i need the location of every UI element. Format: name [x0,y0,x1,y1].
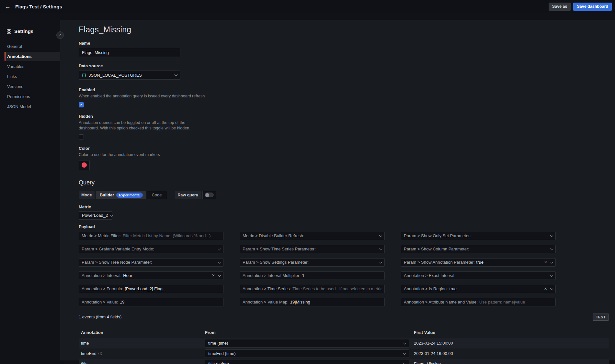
chevron-down-icon [550,260,553,263]
raw-query-label: Raw query [175,191,200,199]
sidebar-item-versions[interactable]: Versions [0,82,60,91]
mode-radio-group: Builder Experimental Code [96,191,167,199]
sidebar-item-links[interactable]: Links [0,72,60,81]
hidden-description: Annotation queries can be toggled on or … [79,120,199,131]
info-icon: ⓘ [98,352,102,356]
payload-field-show-column-parameter[interactable]: Param > Show Column Parameter: [401,245,556,253]
column-header-first-value: First Value [409,330,609,335]
payload-field-time-series[interactable]: Annotation > Time Series:Time Series to … [240,285,385,293]
chevron-down-icon [403,351,406,355]
chevron-down-icon [550,234,553,237]
metric-label: Metric [79,204,609,209]
sidebar-item-label: Annotations [7,54,32,59]
chevron-down-icon [550,287,553,290]
mode-option-code[interactable]: Code [146,191,167,199]
chevron-down-icon [403,341,406,344]
breadcrumb: Flags Test / Settings [15,4,62,9]
toggle-track [205,193,214,197]
payload-field-formula[interactable]: Annotation > Formula:[PowerLoad_2].Flag [79,285,223,293]
chevron-down-icon [110,213,113,216]
events-row: 1 events (from 4 fields) TEST [79,314,609,321]
payload-field-show-time-series-parameter[interactable]: Param > Show Time Series Parameter: [240,245,385,253]
color-picker[interactable] [79,160,90,170]
first-value: Flags_Missing [409,361,609,364]
save-dashboard-button[interactable]: Save dashboard [573,3,612,11]
clear-icon[interactable]: × [212,273,215,278]
experimental-badge: Experimental [116,193,143,198]
topbar-actions: Save as Save dashboard [549,3,610,11]
table-header-row: Annotation From First Value [79,327,609,338]
table-row-timeEnd: timeEndⓘ timeEnd (time) 2023-01-24 16:00… [79,348,609,359]
from-value: title (string) [208,361,229,364]
sidebar-item-annotations[interactable]: Annotations [5,52,60,61]
annotation-settings-panel: ‹ Flags_Missing Name Data source {..} JS… [60,20,615,360]
first-value: 2023-01-24 16:00:00 [409,351,609,356]
name-label: Name [79,41,609,46]
settings-nav: General Annotations Variables Links Vers… [0,42,60,111]
payload-field-is-region[interactable]: Annotation > Is Region:true × [401,285,556,293]
hidden-checkbox[interactable] [79,134,84,139]
chevron-down-icon [379,234,382,237]
payload-field-show-only-set-parameter[interactable]: Param > Show Only Set Parameter: [401,232,556,240]
from-value: time (time) [208,341,228,346]
payload-label: Payload [79,224,609,229]
color-label: Color [79,146,609,151]
payload-field-exact-interval[interactable]: Annotation > Exact Interval: [401,271,556,280]
test-button[interactable]: TEST [593,314,609,321]
metric-value: PowerLoad_2 [82,213,108,218]
clear-icon[interactable]: × [544,259,547,264]
sidebar-item-variables[interactable]: Variables [0,62,60,71]
page-title: Flags_Missing [79,25,609,34]
chevron-down-icon [403,362,406,364]
column-header-from: From [205,330,409,335]
save-as-button[interactable]: Save as [549,3,571,11]
chevron-down-icon [379,247,382,250]
payload-field-disable-builder-refresh[interactable]: Metric > Disable Builder Refresh: [240,232,385,240]
payload-field-grafana-variable-entry-mode[interactable]: Param > Grafana Variable Entry Mode: [79,245,223,253]
payload-field-interval[interactable]: Annotation > Interval:Hour × [79,271,223,280]
row-name: title [81,361,87,364]
query-section-title: Query [79,179,609,186]
payload-field-metric-filter[interactable]: Metric > Metric Filter:Filter Metric Lis… [79,232,223,240]
from-select-timeEnd[interactable]: timeEnd (time) [205,349,409,358]
events-summary: 1 events (from 4 fields) [79,314,121,319]
raw-query-toggle[interactable] [202,191,216,199]
name-input[interactable] [79,48,180,57]
collapse-sidebar-button[interactable]: ‹ [56,31,64,39]
sidebar-item-general[interactable]: General [0,42,60,51]
row-name: time [81,341,89,346]
payload-field-show-annotation-parameter[interactable]: Param > Show Annotation Parameter:true × [401,258,556,267]
payload-field-interval-multiplier[interactable]: Annotation > Interval Multiplier:1 [240,271,385,280]
apps-grid-icon [7,29,11,34]
back-arrow-icon[interactable]: ← [5,4,11,10]
from-select-title[interactable]: title (string) [205,360,409,364]
datasource-picker[interactable]: {..} JSON_LOCAL_POSTGRES [79,71,180,80]
chevron-down-icon [218,273,221,277]
chevron-down-icon [218,247,221,250]
payload-grid: Metric > Metric Filter:Filter Metric Lis… [79,232,609,306]
payload-field-value[interactable]: Annotation > Value:19 [79,298,223,306]
enabled-checkbox[interactable]: ✓ [79,102,84,107]
payload-field-attribute-name-and-value[interactable]: Annotation > Attribute Name and Value:Us… [401,298,556,306]
table-row-time: time time (time) 2023-01-24 15:00:00 [79,338,609,348]
datasource-label: Data source [79,63,609,68]
payload-field-value-map[interactable]: Annotation > Value Map:19|Missing [240,298,385,306]
payload-field-show-settings-parameter[interactable]: Param > Show Settings Parameter: [240,258,385,267]
mode-option-builder[interactable]: Builder Experimental [96,191,147,199]
row-name: timeEnd [81,351,97,356]
clear-icon[interactable]: × [544,286,547,291]
chevron-down-icon [550,247,553,250]
chevron-down-icon [218,260,221,263]
sidebar-item-json-model[interactable]: JSON Model [0,102,60,111]
annotation-mapping-table: Annotation From First Value time time (t… [79,327,609,364]
color-description: Color to use for the annotation event ma… [79,152,199,158]
hidden-label: Hidden [79,114,609,119]
active-indicator [5,52,6,61]
top-bar: ← Flags Test / Settings Save as Save das… [0,0,615,13]
from-select-time[interactable]: time (time) [205,339,409,347]
color-swatch [82,162,87,168]
payload-field-show-tree-node-parameter[interactable]: Param > Show Tree Node Parameter: [79,258,223,267]
metric-picker[interactable]: PowerLoad_2 [79,211,112,220]
sidebar-item-permissions[interactable]: Permissions [0,92,60,101]
enabled-label: Enabled [79,87,609,92]
